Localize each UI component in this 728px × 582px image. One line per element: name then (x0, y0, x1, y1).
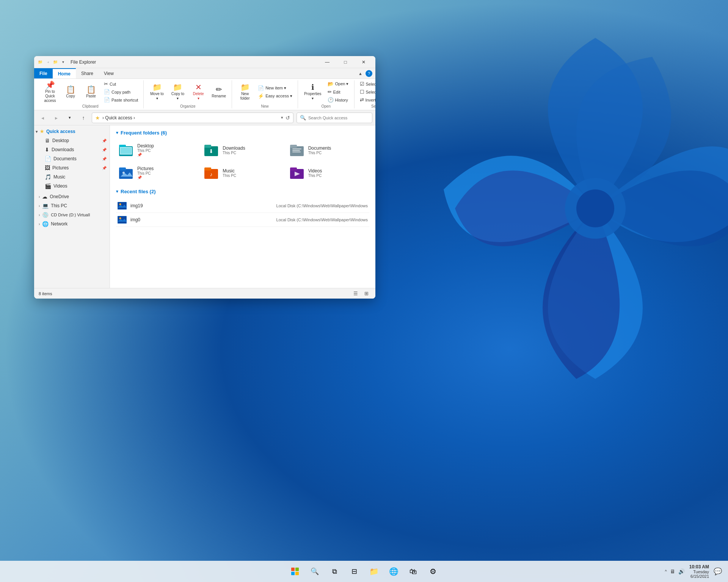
sidebar-item-downloads[interactable]: ⬇ Downloads 📌 (34, 145, 110, 154)
refresh-icon[interactable]: ↺ (286, 115, 290, 121)
new-folder-button[interactable]: 📁 Newfolder (235, 81, 255, 103)
cut-button[interactable]: ✂ Cut (102, 80, 140, 88)
select-group: ☑ Select all ☐ Select none ⇄ Invert sele… (355, 80, 376, 108)
tab-share[interactable]: Share (76, 68, 99, 78)
title-bar: 📁 ◂ 📁 ▾ File Explorer — □ ✕ (34, 56, 375, 68)
paste-button[interactable]: 📋 Paste (81, 81, 101, 103)
recent-files-header[interactable]: ▾ Recent files (2) (116, 189, 369, 194)
edit-button[interactable]: ✏ Edit (325, 88, 351, 95)
svg-rect-22 (290, 167, 297, 171)
recent-file-img0[interactable]: img0 Local Disk (C:\Windows\Web\Wallpape… (116, 213, 369, 227)
new-item-icon: 📄 (258, 85, 264, 91)
help-icon[interactable]: ? (366, 70, 372, 77)
folder-item-videos[interactable]: Videos This PC (287, 163, 369, 183)
sidebar-item-music[interactable]: 🎵 Music (34, 172, 110, 181)
address-text: › Quick access › (102, 115, 279, 120)
forward-button[interactable]: ▸ (51, 113, 61, 123)
tab-home[interactable]: Home (53, 68, 76, 78)
close-button[interactable]: ✕ (355, 56, 372, 68)
open-small-group: 📂 Open ▾ ✏ Edit 🕐 History (325, 80, 351, 103)
copy-to-button[interactable]: 📁 Copy to ▾ (168, 81, 188, 103)
sidebar-item-this-pc[interactable]: › 💻 This PC (34, 201, 110, 210)
sidebar-item-onedrive[interactable]: › ☁ OneDrive (34, 192, 110, 201)
select-all-button[interactable]: ☑ Select all (358, 80, 376, 88)
recent-files-chevron: ▾ (116, 189, 118, 194)
desktop-label: Desktop (52, 138, 69, 143)
ribbon-collapse-icon[interactable]: ▲ (358, 71, 362, 76)
recent-file-img19[interactable]: img19 Local Disk (C:\Windows\Web\Wallpap… (116, 199, 369, 213)
properties-icon: ℹ (311, 83, 314, 91)
move-to-button[interactable]: 📁 Move to ▾ (147, 81, 167, 103)
search-input[interactable] (308, 116, 369, 120)
detail-view-button[interactable]: ☰ (351, 289, 360, 298)
sidebar-item-pictures[interactable]: 🖼 Pictures 📌 (34, 163, 110, 172)
maximize-button[interactable]: □ (337, 56, 354, 68)
downloads-icon: ⬇ (45, 147, 49, 153)
taskbar-settings-icon: ⚙ (430, 567, 436, 576)
taskbar-clock[interactable]: 10:03 AM Tuesday6/15/2021 (689, 564, 709, 579)
tab-view[interactable]: View (99, 68, 119, 78)
music-folder-info: Music This PC (223, 168, 236, 178)
up-button[interactable]: ↑ (78, 113, 89, 123)
folder-item-downloads[interactable]: ⬇ Downloads This PC (201, 140, 284, 160)
folder-item-music[interactable]: ♪ Music This PC (201, 163, 284, 183)
history-button[interactable]: 🕐 History (325, 96, 351, 103)
taskbar-search-button[interactable]: 🔍 (306, 563, 323, 580)
taskbar-edge-button[interactable]: 🌐 (385, 563, 402, 580)
notification-icon[interactable]: 💬 (714, 567, 722, 576)
frequent-folders-title: Frequent folders (6) (121, 130, 167, 136)
properties-button[interactable]: ℹ Properties ▾ (301, 81, 325, 103)
sidebar-item-network[interactable]: › 🌐 Network (34, 219, 110, 228)
pictures-folder-icon (119, 167, 134, 179)
title-bar-controls: — □ ✕ (318, 56, 372, 68)
search-box[interactable]: 🔍 (297, 113, 372, 123)
folder-item-desktop[interactable]: Desktop This PC 📌 (116, 140, 198, 160)
sidebar-item-desktop[interactable]: 🖥 Desktop 📌 (34, 136, 110, 145)
dropdown-icon: ▾ (60, 59, 66, 65)
title-bar-icons: 📁 ◂ 📁 ▾ (37, 59, 66, 65)
delete-button[interactable]: ✕ Delete ▾ (188, 81, 208, 103)
minimize-button[interactable]: — (318, 56, 336, 68)
tab-file[interactable]: File (34, 68, 53, 78)
properties-label: Properties ▾ (304, 92, 322, 101)
rename-button[interactable]: ✏ Rename (209, 81, 229, 103)
task-view-button[interactable]: ⧉ (326, 563, 343, 580)
start-button[interactable] (287, 563, 303, 580)
history-label: History (335, 98, 348, 102)
sidebar-item-cd-drive[interactable]: › 💿 CD Drive (D:) VirtualI (34, 210, 110, 219)
paste-icon: 📋 (86, 86, 96, 93)
network-tray-icon[interactable]: 🖥 (670, 568, 675, 574)
folder-item-documents[interactable]: Documents This PC (287, 140, 369, 160)
sidebar-item-documents[interactable]: 📄 Documents 📌 (34, 154, 110, 163)
taskbar-settings-button[interactable]: ⚙ (425, 563, 441, 580)
sidebar: ▾ ★ Quick access 🖥 Desktop 📌 ⬇ Downloads… (34, 125, 110, 288)
folders-grid: Desktop This PC 📌 ⬇ D (116, 140, 369, 183)
copy-path-button[interactable]: 📄 Copy path (102, 88, 140, 95)
quick-access-header[interactable]: ▾ ★ Quick access (34, 127, 110, 136)
tray-expand-icon[interactable]: ^ (665, 569, 667, 574)
select-none-button[interactable]: ☐ Select none (358, 88, 376, 95)
paste-shortcut-button[interactable]: 📄 Paste shortcut (102, 96, 140, 103)
open-button[interactable]: 📂 Open ▾ (325, 80, 351, 88)
svg-rect-5 (121, 148, 131, 154)
easy-access-button[interactable]: ⚡ Easy access ▾ (256, 92, 295, 100)
frequent-folders-header[interactable]: ▾ Frequent folders (6) (116, 130, 369, 136)
sidebar-item-videos[interactable]: 🎬 Videos (34, 181, 110, 191)
folder-item-pictures[interactable]: Pictures This PC 📌 (116, 163, 198, 183)
taskbar-file-explorer-button[interactable]: 📁 (366, 563, 382, 580)
new-item-button[interactable]: 📄 New item ▾ (256, 84, 295, 92)
volume-tray-icon[interactable]: 🔊 (678, 568, 685, 574)
back-button[interactable]: ◂ (37, 113, 48, 123)
invert-selection-button[interactable]: ⇄ Invert selection (358, 96, 376, 103)
select-label: Select (358, 103, 376, 108)
svg-rect-19 (204, 167, 211, 171)
widgets-button[interactable]: ⊟ (346, 563, 362, 580)
downloads-folder-info: Downloads This PC (223, 146, 245, 155)
pin-to-quick-access-button[interactable]: 📌 Pin to Quickaccess (40, 81, 60, 103)
address-box[interactable]: ★ › Quick access › ▾ ↺ (92, 113, 293, 123)
taskbar-store-button[interactable]: 🛍 (405, 563, 422, 580)
dropdown-recent-button[interactable]: ▾ (64, 113, 75, 123)
cd-drive-chevron-icon: › (39, 213, 40, 217)
copy-button[interactable]: 📋 Copy (61, 81, 80, 103)
large-icon-view-button[interactable]: ⊞ (362, 289, 371, 298)
